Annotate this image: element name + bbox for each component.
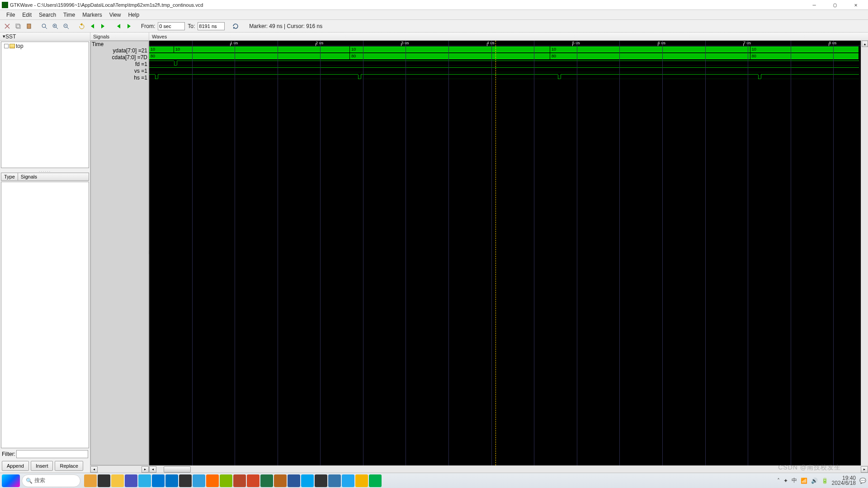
menu-search[interactable]: Search	[35, 11, 60, 19]
horizontal-sash[interactable]: ······	[0, 169, 90, 173]
taskbar-app-calc[interactable]	[301, 474, 314, 487]
taskbar-app-word[interactable]	[274, 474, 287, 487]
to-input[interactable]	[198, 22, 225, 30]
time-tick: 1 us	[230, 41, 238, 46]
wave-row[interactable]: 1010101010	[149, 46, 868, 53]
minimize-button[interactable]: —	[804, 0, 825, 9]
type-column-header[interactable]: Type	[1, 173, 18, 180]
undo-icon[interactable]	[77, 22, 86, 31]
menu-bar: File Edit Search Time Markers View Help	[0, 10, 868, 20]
notifications-icon[interactable]: 💬	[859, 478, 866, 484]
signals-hscroll[interactable]: ◂▸	[90, 465, 149, 473]
taskbar-app-todo[interactable]	[152, 474, 165, 487]
taskbar-app-ppt[interactable]	[233, 474, 246, 487]
wave-row[interactable]	[149, 60, 868, 66]
time-tick: 6 us	[658, 41, 665, 46]
taskbar-app-excel[interactable]	[247, 474, 259, 487]
from-input[interactable]	[158, 22, 185, 30]
sst-tree[interactable]: top	[1, 42, 89, 168]
wifi-icon[interactable]: 📶	[801, 478, 807, 484]
filter-input[interactable]	[16, 450, 88, 458]
paste-icon[interactable]	[24, 22, 33, 31]
zoom-fit-icon[interactable]	[40, 22, 49, 31]
taskbar-app-obs[interactable]	[179, 474, 192, 487]
toolbar: From: To: Marker: 49 ns | Cursor: 916 ns	[0, 20, 868, 33]
wave-area[interactable]: 1 us2 us3 us4 us5 us6 us7 us8 us 1010101…	[149, 41, 868, 465]
waves-vscroll[interactable]: ▴	[861, 41, 868, 465]
hscroll-thumb[interactable]	[164, 466, 191, 473]
taskbar-app-sync[interactable]	[288, 474, 300, 487]
menu-markers[interactable]: Markers	[79, 11, 105, 19]
tray-clock[interactable]: 19:40 2024/6/18	[832, 476, 856, 486]
time-tick: 2 us	[316, 41, 323, 46]
goto-start-icon[interactable]	[88, 22, 97, 31]
taskbar-app-py[interactable]	[315, 474, 327, 487]
taskbar-app-files[interactable]	[206, 474, 219, 487]
taskbar-app-bear[interactable]	[220, 474, 232, 487]
taskbar-app-briefcase[interactable]	[84, 474, 97, 487]
marker-line[interactable]	[495, 41, 496, 465]
title-bar: GTKWave - C:\Users\159996~1\AppData\Loca…	[0, 0, 868, 10]
reload-icon[interactable]	[231, 22, 240, 31]
wave-row[interactable]: 80808080	[149, 53, 868, 60]
chevron-up-icon[interactable]: ˄	[777, 478, 780, 484]
waves-hscroll[interactable]: ◂▸	[149, 465, 868, 473]
maximize-button[interactable]: ▢	[825, 0, 845, 9]
replace-button[interactable]: Replace	[55, 461, 83, 471]
ime-indicator[interactable]: 中	[792, 477, 797, 484]
waves-panel-title: Waves	[149, 33, 868, 41]
zoom-in-icon[interactable]	[51, 22, 60, 31]
taskbar-app-teams[interactable]	[125, 474, 137, 487]
taskbar-app-folder[interactable]	[111, 474, 124, 487]
taskbar-app-outlook[interactable]	[165, 474, 178, 487]
svg-line-11	[67, 27, 69, 29]
copilot-icon[interactable]: ✦	[783, 478, 788, 484]
signal-row[interactable]: fd =1	[91, 61, 148, 68]
signal-row[interactable]: vs =1	[91, 68, 148, 75]
menu-view[interactable]: View	[106, 11, 125, 19]
marker-cursor-status: Marker: 49 ns | Cursor: 916 ns	[249, 23, 322, 29]
taskbar-app-rm[interactable]	[260, 474, 273, 487]
close-button[interactable]: ✕	[845, 0, 866, 9]
window-title: GTKWave - C:\Users\159996~1\AppData\Loca…	[10, 2, 804, 8]
goto-end-icon[interactable]	[99, 22, 108, 31]
start-button[interactable]	[2, 474, 20, 487]
time-tick: 8 us	[829, 41, 836, 46]
cut-icon[interactable]	[3, 22, 12, 31]
tree-item-top[interactable]: top	[1, 42, 89, 50]
menu-edit[interactable]: Edit	[19, 11, 35, 19]
tree-collapse-icon[interactable]	[4, 44, 9, 48]
copy-icon[interactable]	[14, 22, 23, 31]
menu-help[interactable]: Help	[124, 11, 143, 19]
signal-list[interactable]	[1, 182, 89, 448]
taskbar-app-vscode[interactable]	[328, 474, 341, 487]
prev-edge-icon[interactable]	[114, 22, 123, 31]
svg-rect-0	[16, 24, 19, 28]
append-button[interactable]: Append	[2, 461, 29, 471]
taskbar: 🔍 搜索 ˄ ✦ 中 📶 🔊 🔋 19:40 2024/6/18 💬	[0, 473, 868, 488]
menu-file[interactable]: File	[3, 11, 19, 19]
wave-row[interactable]	[149, 66, 868, 73]
svg-rect-2	[27, 24, 31, 28]
signal-names[interactable]: Time ydata[7:0] =21 cdata[7:0] =7D fd =1…	[90, 41, 149, 465]
signal-row[interactable]: hs =1	[91, 75, 148, 81]
menu-time[interactable]: Time	[60, 11, 79, 19]
taskbar-app-signal[interactable]	[355, 474, 368, 487]
signal-row[interactable]: cdata[7:0] =7D	[91, 54, 148, 61]
signal-row[interactable]: ydata[7:0] =21	[91, 47, 148, 54]
signals-column-header[interactable]: Signals	[18, 173, 89, 180]
wave-row[interactable]	[149, 73, 868, 80]
zoom-out-icon[interactable]	[61, 22, 71, 31]
taskbar-app-unity[interactable]	[193, 474, 205, 487]
time-ruler: 1 us2 us3 us4 us5 us6 us7 us8 us	[149, 41, 868, 46]
taskbar-search[interactable]: 🔍 搜索	[22, 474, 80, 487]
svg-line-4	[45, 27, 47, 29]
taskbar-app-edge[interactable]	[138, 474, 151, 487]
taskbar-app-chrome[interactable]	[342, 474, 354, 487]
next-edge-icon[interactable]	[125, 22, 134, 31]
battery-icon[interactable]: 🔋	[821, 478, 828, 484]
taskbar-app-dark[interactable]	[98, 474, 110, 487]
volume-icon[interactable]: 🔊	[811, 478, 818, 484]
insert-button[interactable]: Insert	[31, 461, 53, 471]
taskbar-app-wave[interactable]	[369, 474, 382, 487]
